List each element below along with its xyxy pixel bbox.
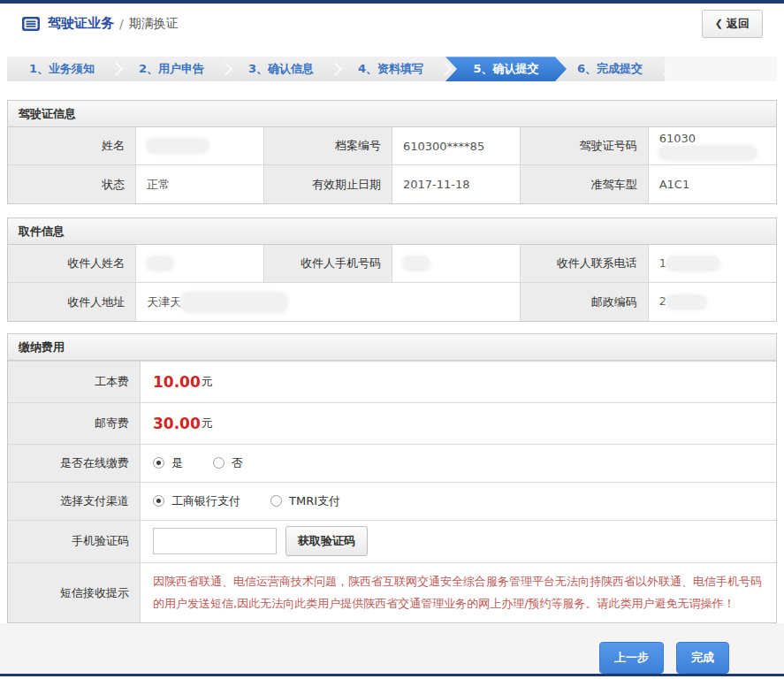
name-value	[136, 127, 264, 165]
radio-online-no[interactable]: 否	[213, 455, 243, 471]
redacted-recipient-address	[181, 293, 287, 312]
sms-notice-text: 因陕西省联通、电信运营商技术问题，陕西省互联网交通安全综合服务管理平台无法向持陕…	[153, 575, 762, 610]
step-5-confirm-submit-active[interactable]: 5、确认提交	[445, 57, 567, 81]
back-button[interactable]: ❮ 返回	[702, 10, 763, 38]
online-payment-options: 是 否	[141, 445, 776, 482]
radio-channel-tmri[interactable]: TMRI支付	[270, 493, 340, 509]
recipient-address-label: 收件人地址	[8, 283, 136, 321]
radio-checked-icon[interactable]	[153, 495, 164, 507]
back-chevron-icon: ❮	[715, 18, 723, 29]
sms-code-label: 手机验证码	[8, 521, 141, 562]
redacted-zip-code	[666, 295, 706, 309]
redacted-recipient-mobile	[403, 256, 430, 271]
file-number-label: 档案编号	[264, 127, 392, 165]
breadcrumb-divider: /	[119, 17, 124, 31]
sms-notice-row: 短信接收提示 因陕西省联通、电信运营商技术问题，陕西省互联网交通安全综合服务管理…	[8, 562, 776, 622]
expiry-date-value: 2017-11-18	[392, 165, 520, 203]
payment-channel-options: 工商银行支付 TMRI支付	[141, 483, 776, 520]
step-4-fill-data[interactable]: 4、资料填写	[336, 57, 445, 81]
recipient-mobile-label: 收件人手机号码	[264, 245, 392, 283]
online-payment-row: 是否在线缴费 是 否	[8, 444, 776, 482]
file-number-value: 610300****85	[392, 127, 520, 165]
expiry-date-label: 有效期止日期	[264, 165, 392, 203]
recipient-mobile-value	[392, 245, 520, 283]
get-sms-code-button[interactable]: 获取验证码	[285, 526, 368, 556]
zip-code-label: 邮政编码	[520, 283, 648, 321]
license-info-section: 驾驶证信息 姓名 档案编号 610300****85 驾驶证号码 61030 状…	[7, 100, 777, 204]
sms-code-field-area: 获取验证码	[141, 521, 776, 562]
recipient-phone-label: 收件人联系电话	[520, 245, 648, 283]
payment-channel-row: 选择支付渠道 工商银行支付 TMRI支付	[8, 482, 776, 520]
license-info-table: 姓名 档案编号 610300****85 驾驶证号码 61030 状态 正常 有…	[8, 127, 776, 203]
pickup-info-table: 收件人姓名 收件人手机号码 收件人联系电话 1 收件人地址 天津天 邮政编码 2	[8, 245, 776, 321]
back-button-label: 返回	[727, 16, 750, 32]
radio-checked-icon[interactable]	[153, 457, 164, 469]
step-1-business-notice[interactable]: 1、业务须知	[7, 57, 117, 81]
bottom-navy-bar	[0, 674, 784, 676]
step-2-user-declaration[interactable]: 2、用户申告	[117, 57, 226, 81]
online-payment-label: 是否在线缴费	[8, 445, 141, 482]
pickup-info-section: 取件信息 收件人姓名 收件人手机号码 收件人联系电话 1 收件人地址 天津天 邮…	[7, 217, 777, 322]
table-row: 状态 正常 有效期止日期 2017-11-18 准驾车型 A1C1	[8, 165, 776, 203]
vehicle-class-value: A1C1	[648, 165, 776, 203]
postage-fee-value: 30.00 元	[141, 403, 776, 444]
production-fee-label: 工本费	[8, 362, 141, 402]
sms-notice-content: 因陕西省联通、电信运营商技术问题，陕西省互联网交通安全综合服务管理平台无法向持陕…	[141, 563, 776, 622]
postage-fee-amount: 30.00	[153, 415, 201, 432]
postage-fee-row: 邮寄费 30.00 元	[8, 402, 776, 444]
status-label: 状态	[8, 165, 136, 203]
breadcrumb-current: 期满换证	[129, 16, 179, 32]
license-number-value: 61030	[648, 127, 776, 165]
form-list-icon	[21, 16, 41, 32]
status-value: 正常	[136, 165, 264, 203]
pickup-info-section-title: 取件信息	[8, 218, 776, 245]
page-header: 驾驶证业务 / 期满换证 ❮ 返回	[0, 4, 784, 45]
radio-unchecked-icon[interactable]	[270, 495, 282, 507]
recipient-name-value	[136, 245, 264, 283]
recipient-name-label: 收件人姓名	[8, 245, 136, 283]
license-info-section-title: 驾驶证信息	[8, 101, 776, 127]
recipient-phone-value: 1	[648, 245, 776, 283]
step-6-complete-submit[interactable]: 6、完成提交	[555, 57, 665, 81]
step-wizard: 1、业务须知 2、用户申告 3、确认信息 4、资料填写 5、确认提交 6、完成提…	[7, 57, 777, 81]
recipient-address-value: 天津天	[136, 283, 520, 321]
table-row: 收件人姓名 收件人手机号码 收件人联系电话 1	[8, 245, 776, 283]
table-row: 姓名 档案编号 610300****85 驾驶证号码 61030	[8, 127, 776, 165]
radio-channel-icbc[interactable]: 工商银行支付	[153, 493, 240, 509]
sms-code-row: 手机验证码 获取验证码	[8, 520, 776, 562]
step-bar-filler	[665, 57, 777, 81]
finish-button[interactable]: 完成	[676, 642, 729, 674]
footer-action-bar: 上一步 完成	[0, 623, 784, 674]
redacted-recipient-name	[147, 256, 173, 271]
sms-notice-label: 短信接收提示	[8, 563, 141, 622]
radio-online-yes[interactable]: 是	[153, 455, 183, 471]
previous-step-button[interactable]: 上一步	[599, 642, 664, 674]
page-title: 驾驶证业务	[48, 15, 114, 32]
production-fee-amount: 10.00	[153, 373, 201, 391]
payment-channel-label: 选择支付渠道	[8, 483, 141, 520]
production-fee-row: 工本费 10.00 元	[8, 361, 776, 402]
name-label: 姓名	[8, 127, 136, 165]
production-fee-value: 10.00 元	[141, 362, 776, 402]
production-fee-unit: 元	[202, 374, 213, 390]
postage-fee-label: 邮寄费	[8, 403, 141, 444]
redacted-license-number	[659, 146, 757, 160]
zip-code-value: 2	[648, 283, 776, 321]
table-row: 收件人地址 天津天 邮政编码 2	[8, 283, 776, 321]
payment-fee-section: 缴纳费用 工本费 10.00 元 邮寄费 30.00 元 是否在线缴费 是	[7, 333, 777, 623]
page: 驾驶证业务 / 期满换证 ❮ 返回 1、业务须知 2、用户申告 3、确认信息 4…	[0, 0, 784, 679]
sms-code-input[interactable]	[153, 528, 277, 554]
step-3-confirm-info[interactable]: 3、确认信息	[226, 57, 336, 81]
vehicle-class-label: 准驾车型	[520, 165, 648, 203]
payment-fee-section-title: 缴纳费用	[8, 334, 776, 361]
postage-fee-unit: 元	[202, 416, 213, 431]
license-number-label: 驾驶证号码	[520, 127, 648, 165]
redacted-recipient-phone	[666, 256, 719, 271]
radio-unchecked-icon[interactable]	[213, 457, 225, 469]
redacted-name	[147, 139, 209, 153]
